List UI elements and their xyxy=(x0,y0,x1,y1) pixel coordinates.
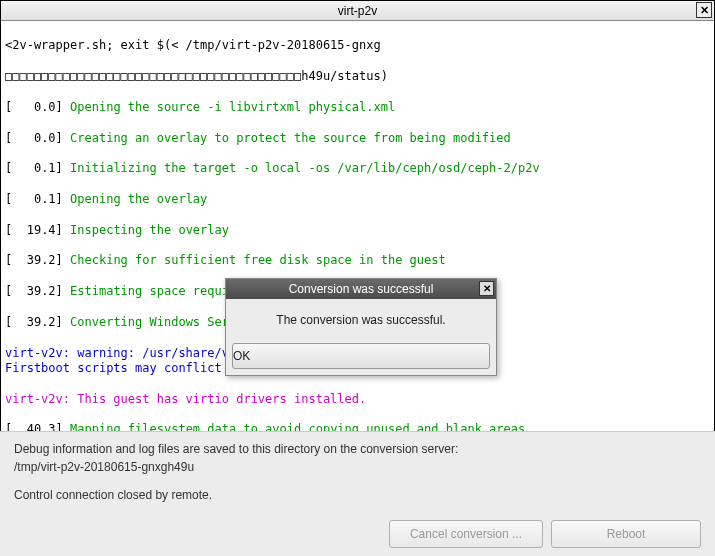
footer-panel: Debug information and log files are save… xyxy=(0,431,715,556)
footer-debug-label: Debug information and log files are save… xyxy=(14,442,701,456)
terminal-line: [ 0.1] Opening the overlay xyxy=(5,192,710,207)
reboot-button[interactable]: Reboot xyxy=(551,520,701,548)
window-titlebar: virt-p2v ✕ xyxy=(1,1,714,21)
window-title: virt-p2v xyxy=(338,4,377,18)
cancel-conversion-button[interactable]: Cancel conversion ... xyxy=(389,520,543,548)
footer-status: Control connection closed by remote. xyxy=(14,488,701,502)
window-close-button[interactable]: ✕ xyxy=(696,2,712,18)
dialog-close-button[interactable]: ✕ xyxy=(479,281,494,296)
terminal-output: <2v-wrapper.sh; exit $(< /tmp/virt-p2v-2… xyxy=(1,21,714,461)
terminal-line: [ 0.0] Opening the source -i libvirtxml … xyxy=(5,100,710,115)
dialog-title: Conversion was successful xyxy=(289,282,434,296)
terminal-line: [ 39.2] Checking for sufficient free dis… xyxy=(5,253,710,268)
terminal-line: <2v-wrapper.sh; exit $(< /tmp/virt-p2v-2… xyxy=(5,38,710,53)
terminal-line: [ 0.0] Creating an overlay to protect th… xyxy=(5,131,710,146)
terminal-info: virt-v2v: This guest has virtio drivers … xyxy=(5,392,710,407)
terminal-line: [ 19.4] Inspecting the overlay xyxy=(5,223,710,238)
terminal-line: □□□□□□□□□□□□□□□□□□□□□□□□□□□□□□□□□□□□□□□□… xyxy=(5,69,710,84)
footer-debug-path: /tmp/virt-p2v-20180615-gnxgh49u xyxy=(14,460,701,474)
terminal-line: [ 0.1] Initializing the target -o local … xyxy=(5,161,710,176)
success-dialog: Conversion was successful ✕ The conversi… xyxy=(225,278,497,376)
dialog-titlebar: Conversion was successful ✕ xyxy=(226,279,496,299)
dialog-message: The conversion was successful. xyxy=(226,299,496,337)
ok-button[interactable]: OK xyxy=(232,343,490,369)
